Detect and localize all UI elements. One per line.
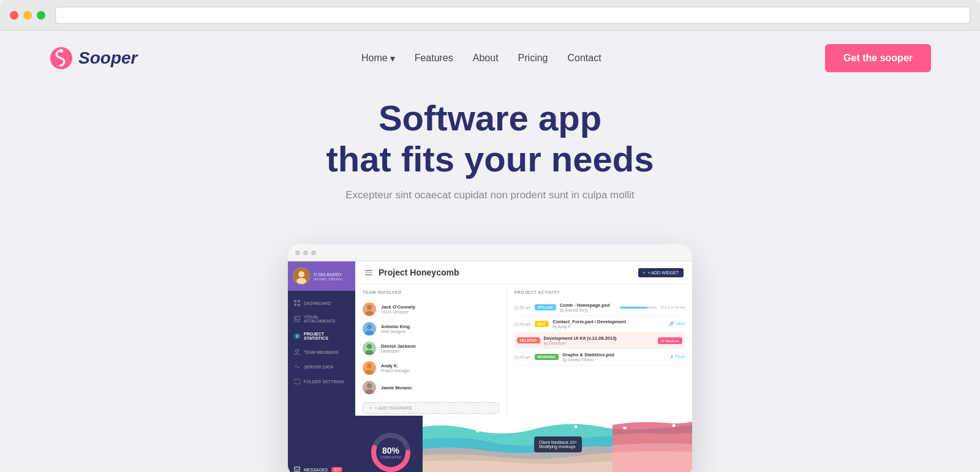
nav-item-home[interactable]: Home ▾: [361, 53, 395, 64]
hamburger-icon[interactable]: [364, 269, 374, 277]
donut-percentage: 80%: [380, 446, 401, 455]
sidebar-item-stats[interactable]: PROJECT STATISTICS: [288, 328, 355, 345]
app-body: O DIG BUDDY NEAMU TIBERIU DASHBOARD VISU…: [288, 261, 692, 472]
add-icon: +: [369, 406, 372, 410]
sidebar-label-stats: PROJECT STATISTICS: [304, 332, 349, 340]
activity-info-3: Development UI Kit (v.12.08.2013) by Den…: [544, 335, 655, 345]
team-member-3: Denise Jackson Developer: [363, 339, 499, 358]
app-container: O DIG BUDDY NEAMU TIBERIU DASHBOARD VISU…: [0, 244, 980, 472]
activity-progress-1: [620, 307, 657, 309]
sidebar-user: O DIG BUDDY NEAMU TIBERIU: [288, 261, 355, 291]
nav-item-about[interactable]: About: [473, 53, 499, 64]
logo-text: Sooper: [78, 48, 137, 68]
hero-title-line2: that fits your needs: [326, 139, 654, 179]
sidebar-item-folder[interactable]: FOLDER SETTINGS: [288, 374, 355, 389]
activity-time-4: 11:00 am: [514, 355, 531, 359]
dot-yellow[interactable]: [23, 11, 32, 20]
team-member-5: Jamie Morano: [363, 378, 499, 397]
svg-rect-7: [294, 304, 296, 306]
activity-peek-link[interactable]: ⬇ Peek: [670, 354, 685, 359]
activity-time-1: 11:56 am: [514, 305, 531, 310]
activity-info-4: Graphs & Statistics.psd by Neamu Tiberiu: [562, 352, 666, 362]
add-teammate-button[interactable]: + + ADD TEAMMATE: [363, 402, 499, 414]
logo[interactable]: Sooper: [49, 46, 137, 70]
add-widget-button[interactable]: + + ADD WIDGET: [638, 268, 684, 277]
svg-point-20: [365, 350, 374, 355]
svg-point-4: [296, 278, 306, 284]
activity-view-link[interactable]: 🔗 View: [669, 321, 685, 326]
member-info-2: Antonio King Web Designer: [381, 324, 410, 334]
activity-by-4: by Neamu Tiberiu: [562, 358, 666, 362]
svg-point-3: [298, 271, 304, 277]
member-name-3: Denise Jackson: [381, 343, 416, 349]
svg-point-28: [624, 427, 627, 430]
activity-section-label: PROJECT ACTIVITY: [514, 290, 685, 294]
activity-item-1: 11:56 am UPLOAD Comb - Homepage.psd by A…: [514, 299, 685, 316]
activity-name-4: Graphs & Statistics.psd: [562, 352, 666, 358]
member-avatar-2: [363, 322, 376, 335]
donut-chart: 80% COMPLETED: [366, 428, 415, 472]
sidebar-item-team[interactable]: TEAM MEMBERS: [288, 345, 355, 359]
hero-section: Software app that fits your needs Except…: [0, 86, 980, 244]
member-name-2: Antonio King: [381, 324, 410, 329]
svg-point-21: [367, 364, 372, 369]
nav-item-pricing[interactable]: Pricing: [518, 53, 548, 64]
svg-point-24: [365, 389, 374, 394]
donut-label-container: 80% COMPLETED: [380, 446, 401, 459]
sidebar-item-visual[interactable]: VISUAL ATTACHMENTS: [288, 310, 355, 328]
cta-button[interactable]: Get the sooper: [825, 44, 931, 72]
activity-item-4: 11:00 am WORKING Graphs & Statistics.psd…: [514, 349, 685, 365]
team-member-1: Jack O'Connely UI/UX Designer: [363, 299, 499, 319]
sidebar-bottom: 80% COMPLETED: [355, 416, 423, 472]
sidebar-messages[interactable]: MESSAGES 327: [288, 462, 355, 472]
nav-item-features[interactable]: Features: [415, 53, 453, 64]
dot-green[interactable]: [37, 11, 45, 20]
member-info-4: Andy K. Project Manager: [381, 363, 410, 373]
folder-icon: [294, 378, 300, 384]
member-info-5: Jamie Morano: [381, 385, 412, 391]
main-panels: TEAM INVOLVED Jack O'Connely UI/UX Desig…: [355, 284, 692, 416]
activity-name-2: Contact_Form.psd / Development: [552, 319, 665, 324]
svg-point-26: [526, 428, 529, 431]
activity-badge-1: UPLOAD: [535, 304, 556, 310]
user-avatar: [293, 268, 310, 285]
logo-icon: [49, 46, 74, 70]
image-icon: [294, 316, 300, 322]
activity-time-2: 11:40 am: [514, 322, 531, 326]
dropdown-arrow-icon: ▾: [390, 53, 395, 64]
member-avatar-1: [363, 302, 376, 316]
member-role-2: Web Designer: [381, 329, 410, 334]
restore-button[interactable]: ⟳ Restore: [658, 337, 682, 344]
sidebar-label-server: SERVER DATA: [304, 365, 333, 369]
chart-tooltip: Client feedback 10+ Modifying mockups: [534, 436, 582, 452]
app-inner-dot-2: [303, 250, 308, 255]
activity-name-3: Development UI Kit (v.12.08.2013): [544, 335, 655, 341]
add-teammate-label: + ADD TEAMMATE: [375, 406, 412, 410]
user-name: NEAMU TIBERIU: [314, 277, 342, 281]
browser-addressbar[interactable]: [55, 7, 970, 24]
progress-bar-1: [620, 307, 647, 309]
svg-rect-5: [294, 300, 296, 302]
sidebar-item-server[interactable]: SERVER DATA: [288, 359, 355, 374]
member-role-1: UI/UX Designer: [381, 310, 415, 314]
team-panel: TEAM INVOLVED Jack O'Connely UI/UX Desig…: [355, 284, 507, 416]
project-title: Project Honeycomb: [379, 268, 459, 277]
member-avatar-3: [363, 342, 376, 355]
nav-item-contact[interactable]: Contact: [567, 53, 601, 64]
svg-point-27: [575, 425, 578, 429]
sidebar-label-dashboard: DASHBOARD: [304, 301, 331, 305]
tooltip-line2: Modifying mockups: [539, 444, 577, 449]
svg-point-29: [673, 424, 676, 427]
app-inner-chrome: [288, 244, 692, 261]
sidebar-label-visual: VISUAL ATTACHMENTS: [304, 315, 349, 323]
team-member-2: Antonio King Web Designer: [363, 319, 499, 339]
svg-point-16: [365, 311, 374, 316]
member-name-4: Andy K.: [381, 363, 410, 369]
member-role-4: Project Manager: [381, 369, 410, 373]
user-icon: [294, 349, 300, 355]
dot-red[interactable]: [10, 11, 18, 20]
server-icon: [294, 364, 300, 370]
sidebar-item-dashboard[interactable]: DASHBOARD: [288, 296, 355, 310]
member-role-3: Developer: [381, 349, 416, 353]
add-widget-label: + ADD WIDGET: [648, 271, 679, 275]
